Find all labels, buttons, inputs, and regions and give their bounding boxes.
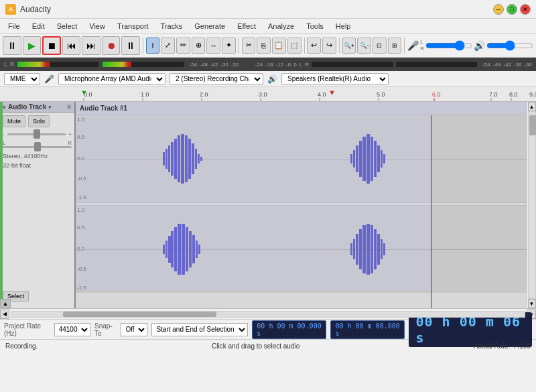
gain-thumb[interactable] bbox=[34, 129, 40, 139]
undo-button[interactable]: ↩ bbox=[307, 38, 321, 54]
time-ruler: ▼ ▼ 0.0 1.0 2.0 3.0 4.0 5.0 6.0 7.0 8.0 … bbox=[0, 87, 536, 102]
track-dropdown-icon[interactable]: ▾ bbox=[48, 104, 52, 111]
svg-rect-56 bbox=[353, 239, 355, 259]
vscroll-thumb[interactable] bbox=[529, 115, 536, 135]
selection-type-select[interactable]: Start and End of Selection bbox=[151, 323, 248, 336]
snap-to-select[interactable]: Off bbox=[121, 323, 147, 336]
svg-rect-64 bbox=[381, 239, 383, 259]
copy-button[interactable]: ⎘ bbox=[257, 38, 271, 54]
menu-bar: File Edit Select View Transport Tracks G… bbox=[0, 19, 536, 34]
redo-button[interactable]: ↪ bbox=[322, 38, 336, 54]
zoom-out-button[interactable]: 🔍- bbox=[357, 38, 371, 54]
input-meter: L R bbox=[420, 39, 424, 52]
input-device-select[interactable]: Microphone Array (AMD Audio Dev bbox=[58, 73, 165, 85]
hscroll-left[interactable]: ◀ bbox=[0, 310, 9, 319]
channel-select[interactable]: 2 (Stereo) Recording Chann bbox=[170, 73, 263, 85]
separator-5 bbox=[404, 38, 405, 54]
timeshift-tool-button[interactable]: ↔ bbox=[206, 38, 220, 54]
time-end-input[interactable]: 00 h 00 m 00.000 s bbox=[330, 320, 405, 339]
lr-label-left: L bbox=[4, 61, 7, 68]
l-label: L bbox=[3, 140, 5, 146]
envelope-tool-button[interactable]: ⤢ bbox=[161, 38, 175, 54]
track-resize-handle[interactable] bbox=[0, 102, 3, 308]
project-rate-select[interactable]: 44100 bbox=[54, 323, 90, 336]
record-button[interactable]: ⏺ bbox=[102, 36, 121, 55]
out-right-meter bbox=[396, 62, 478, 67]
menu-analyze[interactable]: Analyze bbox=[263, 21, 299, 31]
draw-tool-button[interactable]: ✏ bbox=[176, 38, 190, 54]
svg-text:9.0: 9.0 bbox=[529, 91, 536, 98]
output-volume-slider[interactable] bbox=[486, 42, 533, 49]
output-device-select[interactable]: Speakers (Realtek(R) Audio bbox=[281, 73, 389, 85]
svg-rect-30 bbox=[198, 154, 200, 164]
track-title-bar: Audio Track #1 bbox=[76, 102, 527, 115]
zoom-in-button[interactable]: 🔍+ bbox=[342, 38, 356, 54]
svg-rect-26 bbox=[185, 135, 188, 182]
multi-tool-button[interactable]: ✦ bbox=[222, 38, 236, 54]
r-label: R bbox=[68, 140, 72, 146]
meter-scale-minus36: -36 bbox=[220, 62, 228, 68]
meter-scale-minus48: -48 bbox=[200, 62, 208, 68]
pan-thumb[interactable] bbox=[34, 142, 41, 151]
minimize-button[interactable]: ─ bbox=[493, 4, 504, 15]
track-format: 32-bit float bbox=[3, 161, 72, 171]
hscroll-thumb[interactable] bbox=[63, 312, 217, 317]
menu-generate[interactable]: Generate bbox=[189, 21, 230, 31]
mute-button[interactable]: Mute bbox=[3, 115, 25, 127]
track-close-btn[interactable]: ✕ bbox=[66, 103, 72, 111]
menu-tracks[interactable]: Tracks bbox=[155, 21, 188, 31]
vscroll-down[interactable]: ▼ bbox=[528, 299, 536, 308]
speaker-device-icon: 🔊 bbox=[267, 74, 277, 84]
pause-record-button[interactable]: ⏸ bbox=[121, 36, 140, 55]
track-up-arrow[interactable]: ▲ bbox=[0, 299, 11, 308]
menu-edit[interactable]: Edit bbox=[27, 21, 50, 31]
solo-button[interactable]: Solo bbox=[28, 115, 50, 127]
svg-rect-46 bbox=[171, 231, 174, 267]
channel-bottom: 1.0 0.5 0.0 -0.5 -1.0 bbox=[76, 206, 527, 293]
play-button[interactable]: ▶ bbox=[23, 36, 42, 55]
menu-file[interactable]: File bbox=[3, 21, 25, 31]
selection-tool-button[interactable]: I bbox=[146, 38, 160, 54]
menu-effect[interactable]: Effect bbox=[232, 21, 261, 31]
input-volume-slider[interactable] bbox=[425, 42, 472, 49]
menu-tools[interactable]: Tools bbox=[301, 21, 329, 31]
mic-icon: 🎤 bbox=[407, 40, 419, 51]
svg-rect-22 bbox=[171, 142, 174, 176]
track-stereo-rate: Stereo, 44100Hz bbox=[3, 152, 72, 161]
zoom-fit-button[interactable]: ⊞ bbox=[388, 38, 402, 54]
host-select[interactable]: MME bbox=[4, 73, 40, 85]
close-button[interactable]: ✕ bbox=[520, 4, 531, 15]
menu-select[interactable]: Select bbox=[52, 21, 83, 31]
separator-1 bbox=[143, 38, 143, 54]
maximize-button[interactable]: □ bbox=[507, 4, 517, 15]
mic-device-icon: 🎤 bbox=[44, 74, 54, 84]
zoom-sel-button[interactable]: ⊡ bbox=[373, 38, 387, 54]
zoom-tool-button[interactable]: ⊕ bbox=[192, 38, 206, 54]
gain-minus: - bbox=[3, 131, 5, 137]
time-start-input[interactable]: 00 h 00 m 00.000 s bbox=[252, 320, 326, 339]
menu-view[interactable]: View bbox=[84, 21, 111, 31]
out-meter-scale-minus36: -36 bbox=[514, 62, 522, 68]
track-header: ▾ Audio Track ▾ ✕ bbox=[0, 102, 74, 113]
menu-help[interactable]: Help bbox=[330, 21, 356, 31]
paste-button[interactable]: 📋 bbox=[272, 38, 286, 54]
menu-transport[interactable]: Transport bbox=[112, 21, 154, 31]
vscroll-up[interactable]: ▲ bbox=[528, 102, 536, 111]
svg-rect-51 bbox=[189, 231, 192, 267]
pause-button[interactable]: ⏸ bbox=[3, 36, 21, 55]
cut-button[interactable]: ✂ bbox=[242, 38, 256, 54]
trim-button[interactable]: ⬚ bbox=[287, 38, 302, 54]
svg-rect-61 bbox=[371, 225, 373, 273]
gain-row: - + bbox=[0, 130, 74, 139]
meter-scale-lr2r: R bbox=[305, 62, 309, 68]
stop-button[interactable]: ⏹ bbox=[42, 36, 61, 55]
track-panel: ▾ Audio Track ▾ ✕ Mute Solo - + L R bbox=[0, 102, 76, 308]
skip-start-button[interactable]: ⏮ bbox=[62, 36, 81, 55]
svg-rect-48 bbox=[178, 224, 181, 275]
out-meter-scale-minus54: -54 bbox=[482, 62, 490, 68]
svg-rect-63 bbox=[377, 234, 380, 265]
track-collapse-icon[interactable]: ▾ bbox=[3, 104, 6, 111]
waveform-area[interactable]: Audio Track #1 1.0 0.5 0.0 -0.5 -1.0 bbox=[76, 102, 527, 308]
skip-end-button[interactable]: ⏭ bbox=[82, 36, 100, 55]
svg-text:7.0: 7.0 bbox=[489, 91, 498, 98]
